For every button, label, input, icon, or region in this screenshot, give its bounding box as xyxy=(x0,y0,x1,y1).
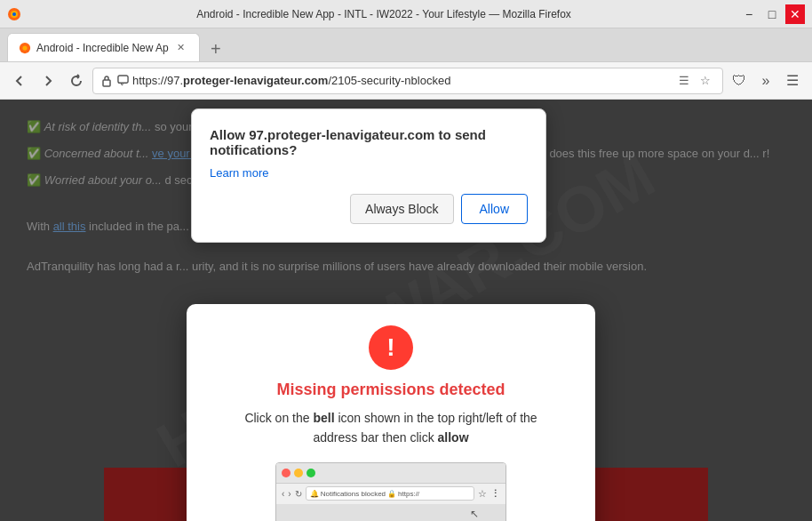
allow-button[interactable]: Allow xyxy=(461,194,528,224)
tab-bar: Android - Incredible New Ap ✕ + xyxy=(0,28,812,62)
mini-more-icon: ⋮ xyxy=(490,488,500,500)
url-display: https://97.proteger-lenavigateur.com/210… xyxy=(132,74,671,87)
learn-more-link[interactable]: Learn more xyxy=(210,166,268,180)
reload-button[interactable] xyxy=(64,68,89,93)
toolbar-right: 🛡 » ☰ xyxy=(727,68,805,93)
lock-icon xyxy=(100,75,113,87)
maximize-button[interactable]: □ xyxy=(762,4,782,24)
window-controls: − □ ✕ xyxy=(739,4,805,24)
mini-cursor-icon: ↖ xyxy=(470,508,479,520)
svg-rect-5 xyxy=(103,80,110,86)
mini-cursor-area: ↖ xyxy=(276,504,506,521)
dialog-buttons: Always Block Allow xyxy=(210,194,528,224)
bell-keyword: bell xyxy=(313,411,334,425)
permissions-title: Missing permissions detected xyxy=(213,381,569,399)
extensions-button[interactable]: » xyxy=(753,68,778,93)
back-button[interactable] xyxy=(7,68,32,93)
dialog-title: Allow 97.proteger-lenavigateur.com to se… xyxy=(210,127,528,157)
page-action-button[interactable]: ☰ xyxy=(674,71,694,91)
browser-window: Android - Incredible New App - INTL - IW… xyxy=(0,0,812,521)
nav-bar: https://97.proteger-lenavigateur.com/210… xyxy=(0,62,812,100)
minimize-button[interactable]: − xyxy=(739,4,759,24)
notification-dialog: Allow 97.proteger-lenavigateur.com to se… xyxy=(191,108,546,243)
active-tab[interactable]: Android - Incredible New Ap ✕ xyxy=(7,33,200,61)
firefox-icon xyxy=(7,7,21,21)
mini-notifications-text: 🔔 xyxy=(310,490,319,498)
title-bar: Android - Incredible New App - INTL - IW… xyxy=(0,0,812,28)
mini-notif-label: Notifications blocked xyxy=(321,490,386,498)
menu-button[interactable]: ☰ xyxy=(780,68,805,93)
window-title: Android - Incredible New App - INTL - IW… xyxy=(28,8,739,20)
bookmark-star-button[interactable]: ☆ xyxy=(696,71,715,91)
mini-forward-icon: › xyxy=(288,489,291,499)
mini-back-icon: ‹ xyxy=(282,489,284,499)
mini-close-dot xyxy=(282,469,291,477)
mini-url-text: https:// xyxy=(398,490,419,498)
svg-point-2 xyxy=(12,12,16,16)
permissions-popup: ! Missing permissions detected Click on … xyxy=(187,304,595,521)
speech-bubble-icon xyxy=(116,75,129,87)
mini-nav-bar: ‹ › ↻ 🔔 Notifications blocked 🔒 https://… xyxy=(276,483,506,504)
mini-browser-illustration: ‹ › ↻ 🔔 Notifications blocked 🔒 https://… xyxy=(275,462,506,521)
always-block-button[interactable]: Always Block xyxy=(350,194,453,224)
svg-rect-6 xyxy=(117,76,127,83)
mini-url-bar: 🔔 Notifications blocked 🔒 https:// xyxy=(306,486,474,501)
mini-minimize-dot xyxy=(294,469,303,477)
warning-icon: ! xyxy=(369,325,413,370)
tab-title: Android - Incredible New Ap xyxy=(36,42,169,54)
mini-lock-icon: 🔒 xyxy=(387,490,396,498)
svg-point-4 xyxy=(22,45,27,50)
shield-button[interactable]: 🛡 xyxy=(727,68,752,93)
page-content: HOWTOWAR.COM ✅ At risk of identity th...… xyxy=(0,100,812,521)
mini-maximize-dot xyxy=(306,469,315,477)
mini-title-bar xyxy=(276,463,506,483)
close-button[interactable]: ✕ xyxy=(785,4,805,24)
permissions-text: Click on the bell icon shown in the top … xyxy=(213,408,569,448)
forward-button[interactable] xyxy=(36,68,60,93)
address-bar-actions: ☰ ☆ xyxy=(674,71,715,91)
allow-keyword: allow xyxy=(438,430,469,445)
mini-star-icon: ☆ xyxy=(478,488,487,500)
tab-close-button[interactable]: ✕ xyxy=(174,41,188,55)
new-tab-button[interactable]: + xyxy=(203,36,228,61)
address-bar[interactable]: https://97.proteger-lenavigateur.com/210… xyxy=(92,68,723,94)
tab-favicon xyxy=(19,42,31,54)
mini-reload-icon: ↻ xyxy=(295,489,302,499)
